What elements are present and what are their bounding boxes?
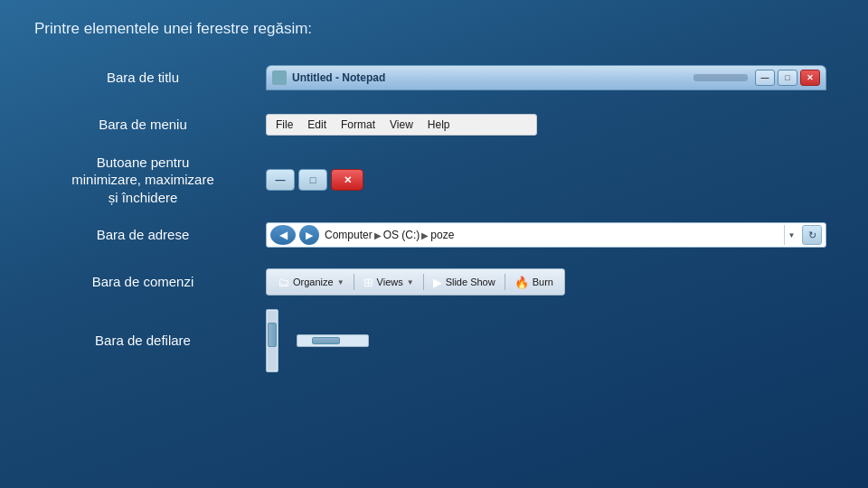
slideshow-icon: ▶ <box>433 276 442 289</box>
winbuttons-label-text: Butoane pentruminimizare, maximizareși î… <box>71 155 214 205</box>
refresh-button[interactable]: ↻ <box>802 225 822 245</box>
burn-label: Burn <box>533 277 553 287</box>
toolbar-sep-3 <box>505 274 505 290</box>
back-icon: ◀ <box>279 229 288 241</box>
titlebar-demo: Untitled - Notepad — □ ✕ <box>266 65 826 90</box>
address-path: Computer ▶ OS (C:) ▶ poze <box>325 229 784 241</box>
toolbar-demo: 🗂 Organize ▼ ⊞ Views ▼ ▶ Slide Show <box>266 268 565 296</box>
minimize-icon: — <box>761 73 769 82</box>
menu-view[interactable]: View <box>390 118 413 131</box>
demo-minimize-button[interactable]: — <box>266 169 295 191</box>
toolbar-sep-1 <box>354 274 354 290</box>
row-menubar: Bara de meniu File Edit Format View Help <box>34 101 868 148</box>
row-toolbar: Bara de comenzi 🗂 Organize ▼ ⊞ Views ▼ <box>34 258 868 305</box>
organize-arrow-icon: ▼ <box>337 278 344 286</box>
winbtns-demo: — □ ✕ <box>266 169 363 191</box>
slideshow-label: Slide Show <box>446 277 495 287</box>
minimize-button[interactable]: — <box>755 70 775 86</box>
page-container: Printre elementele unei ferestre regăsim… <box>0 0 868 376</box>
demo-menubar: File Edit Format View Help <box>266 114 537 136</box>
menu-file[interactable]: File <box>276 118 293 131</box>
menu-edit[interactable]: Edit <box>307 118 326 131</box>
demo-close-icon: ✕ <box>344 174 352 186</box>
toolbar-views-button[interactable]: ⊞ Views ▼ <box>358 272 420 292</box>
row-titlebar: Bara de titlu Untitled - Notepad — □ <box>34 54 868 101</box>
label-addrbar: Bara de adrese <box>34 226 251 244</box>
vertical-scrollbar[interactable] <box>266 309 278 372</box>
path-computer: Computer <box>325 229 373 241</box>
refresh-icon: ↻ <box>808 230 816 241</box>
views-icon: ⊞ <box>363 276 373 289</box>
demo-titlebar: Untitled - Notepad — □ ✕ <box>266 65 826 90</box>
notepad-icon <box>272 70 287 85</box>
maximize-button[interactable]: □ <box>778 70 797 86</box>
menubar-demo: File Edit Format View Help <box>266 114 537 136</box>
toolbar-slideshow-button[interactable]: ▶ Slide Show <box>428 272 501 292</box>
organize-icon: 🗂 <box>278 276 289 289</box>
horizontal-scrollbar[interactable] <box>297 334 369 347</box>
label-winbuttons: Butoane pentruminimizare, maximizareși î… <box>34 154 251 207</box>
scrollbar-thumb-v[interactable] <box>268 323 277 346</box>
organize-label: Organize <box>293 277 334 287</box>
menu-help[interactable]: Help <box>428 118 450 131</box>
close-button[interactable]: ✕ <box>800 70 820 86</box>
demo-scrollbar <box>266 309 369 372</box>
dropdown-icon: ▼ <box>788 231 796 239</box>
scrollbar-track-v <box>268 311 277 371</box>
label-titlebar: Bara de titlu <box>34 69 251 87</box>
toolbar-burn-button[interactable]: 🔥 Burn <box>509 272 559 292</box>
demo-minimize-icon: — <box>276 174 286 185</box>
label-scrollbar: Bara de defilare <box>34 332 251 350</box>
path-poze: poze <box>430 229 454 241</box>
scrollbar-area <box>266 309 369 372</box>
titlebar-controls: — □ ✕ <box>755 70 820 86</box>
content-area: Bara de titlu Untitled - Notepad — □ <box>0 54 868 376</box>
row-scrollbar: Bara de defilare <box>34 305 868 376</box>
address-dropdown-button[interactable]: ▼ <box>784 225 798 245</box>
forward-button[interactable]: ▶ <box>299 225 319 245</box>
demo-toolbar: 🗂 Organize ▼ ⊞ Views ▼ ▶ Slide Show <box>266 268 565 296</box>
demo-maximize-icon: □ <box>310 174 316 185</box>
forward-icon: ▶ <box>306 230 313 241</box>
maximize-icon: □ <box>785 73 789 82</box>
path-arrow-1: ▶ <box>374 230 382 240</box>
titlebar-text: Untitled - Notepad <box>292 71 686 84</box>
label-menubar: Bara de meniu <box>34 116 251 134</box>
page-title: Printre elementele unei ferestre regăsim… <box>0 0 868 54</box>
row-addrbar: Bara de adrese ◀ ▶ Computer ▶ OS (C:) ▶ … <box>34 211 868 258</box>
titlebar-blur <box>693 74 748 81</box>
menu-format[interactable]: Format <box>341 118 375 131</box>
back-button[interactable]: ◀ <box>270 225 296 245</box>
toolbar-organize-button[interactable]: 🗂 Organize ▼ <box>272 272 350 292</box>
burn-icon: 🔥 <box>514 276 529 289</box>
views-arrow-icon: ▼ <box>407 278 414 286</box>
row-winbuttons: Butoane pentruminimizare, maximizareși î… <box>34 148 868 211</box>
demo-winbuttons: — □ ✕ <box>266 169 363 191</box>
toolbar-sep-2 <box>423 274 424 290</box>
path-osc: OS (C:) <box>383 229 420 241</box>
addrbar-demo: ◀ ▶ Computer ▶ OS (C:) ▶ poze ▼ <box>266 222 826 248</box>
scrollbar-thumb-h[interactable] <box>312 337 340 344</box>
path-arrow-2: ▶ <box>421 230 429 240</box>
demo-maximize-button[interactable]: □ <box>298 169 327 191</box>
demo-addrbar: ◀ ▶ Computer ▶ OS (C:) ▶ poze ▼ <box>266 222 826 248</box>
views-label: Views <box>377 277 403 287</box>
label-toolbar: Bara de comenzi <box>34 273 251 291</box>
demo-close-button[interactable]: ✕ <box>331 169 363 191</box>
close-icon: ✕ <box>807 73 814 82</box>
